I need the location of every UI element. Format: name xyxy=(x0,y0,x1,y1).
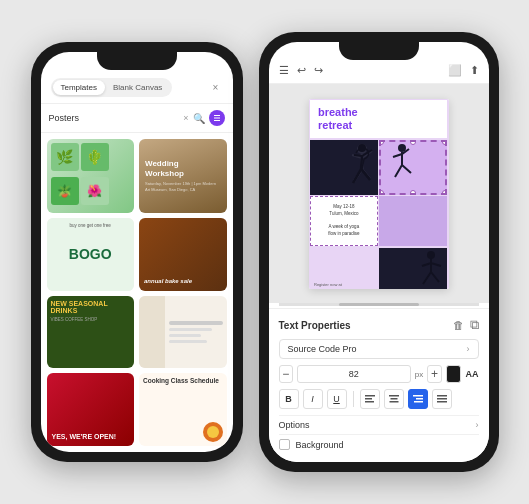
tab-templates[interactable]: Templates xyxy=(53,80,105,95)
align-right-button[interactable] xyxy=(408,389,428,409)
canvas-title-line2: retreat xyxy=(318,119,439,132)
svg-point-9 xyxy=(358,144,366,152)
svg-point-11 xyxy=(427,251,435,259)
template-wedding-subtitle: Workshop xyxy=(145,169,221,179)
template-bogo-label: BOGO xyxy=(69,246,112,262)
format-row: B I U xyxy=(279,389,479,409)
text-properties-title: Text Properties xyxy=(279,320,351,331)
svg-rect-21 xyxy=(437,395,447,397)
template-bogo-sublabel: buy one get one free xyxy=(47,223,135,228)
svg-rect-1 xyxy=(214,118,220,119)
italic-button[interactable]: I xyxy=(303,389,323,409)
svg-rect-14 xyxy=(365,401,374,403)
template-item[interactable]: buy one get one free BOGO xyxy=(47,218,135,291)
filter-icon[interactable] xyxy=(209,110,225,126)
text-properties-panel: Text Properties 🗑 ⧉ Source Code Pro › − xyxy=(269,308,489,462)
template-wedding-desc: Saturday, November 19th | 1pm Modern Art… xyxy=(145,181,221,192)
design-canvas: breathe retreat xyxy=(309,99,449,289)
search-icons: × 🔍 xyxy=(183,110,224,126)
template-drinks-title: NEW SEASONAL DRINKS xyxy=(51,300,131,315)
template-item[interactable]: Cooking Class Schedule xyxy=(139,373,227,446)
aa-icon[interactable]: AA xyxy=(465,369,478,379)
align-justify-button[interactable] xyxy=(432,389,452,409)
canvas-register-text: Register now at br eatheyoga.co xyxy=(314,282,343,288)
template-bakesale-label: annual bake sale xyxy=(144,278,222,285)
svg-rect-19 xyxy=(416,398,423,400)
duplicate-icon[interactable]: ⧉ xyxy=(470,317,479,333)
tabs-bar: Templates Blank Canvas × xyxy=(41,72,233,104)
template-item[interactable]: YES, WE'RE OPEN! xyxy=(47,373,135,446)
font-size-increase-button[interactable]: + xyxy=(427,365,441,383)
search-label: Posters xyxy=(49,113,180,123)
search-bar: Posters × 🔍 xyxy=(41,104,233,133)
svg-rect-20 xyxy=(414,401,423,403)
template-cooking-title: Cooking Class Schedule xyxy=(143,377,223,385)
save-icon[interactable]: ⬜ xyxy=(448,64,462,77)
canvas-title-line1: breathe xyxy=(318,106,439,119)
svg-rect-16 xyxy=(390,398,397,400)
menu-icon[interactable]: ☰ xyxy=(279,64,289,77)
phone-notch-right xyxy=(339,42,419,60)
delete-icon[interactable]: 🗑 xyxy=(453,319,464,331)
tabs-group: Templates Blank Canvas xyxy=(51,78,173,97)
svg-rect-15 xyxy=(389,395,399,397)
background-checkbox[interactable] xyxy=(279,439,290,450)
underline-button[interactable]: U xyxy=(327,389,347,409)
clear-icon[interactable]: × xyxy=(183,113,188,123)
canvas-info-text: May 12-18 Tulum, Mexico A week of yoga f… xyxy=(328,204,359,238)
background-label: Background xyxy=(296,440,344,450)
font-size-input[interactable] xyxy=(297,365,411,383)
templates-grid: 🌿 🌵 🪴 🌺 Wedding Workshop Saturday, Novem… xyxy=(41,133,233,452)
font-chevron-icon: › xyxy=(467,344,470,354)
redo-icon[interactable]: ↪ xyxy=(314,64,323,77)
bold-button[interactable]: B xyxy=(279,389,299,409)
options-label: Options xyxy=(279,420,310,430)
template-yesopen-label: YES, WE'RE OPEN! xyxy=(52,433,117,441)
svg-rect-13 xyxy=(365,398,372,400)
svg-rect-23 xyxy=(437,401,447,403)
phone-notch-left xyxy=(97,52,177,70)
left-phone: Templates Blank Canvas × Posters × 🔍 xyxy=(31,42,243,462)
share-icon[interactable]: ⬆ xyxy=(470,64,479,77)
template-wedding-title: Wedding xyxy=(145,159,221,169)
size-unit-label: px xyxy=(415,370,423,379)
options-row[interactable]: Options › xyxy=(279,416,479,434)
template-item[interactable]: Wedding Workshop Saturday, November 19th… xyxy=(139,139,227,213)
close-button[interactable]: × xyxy=(209,81,223,95)
template-item[interactable] xyxy=(139,296,227,369)
align-left-button[interactable] xyxy=(360,389,380,409)
align-center-button[interactable] xyxy=(384,389,404,409)
canvas-area[interactable]: breathe retreat xyxy=(269,84,489,303)
scene: Templates Blank Canvas × Posters × 🔍 xyxy=(0,0,529,504)
template-drinks-subtitle: VIBES COFFEE SHOP xyxy=(51,317,131,322)
font-color-picker[interactable] xyxy=(446,365,462,383)
svg-rect-22 xyxy=(437,398,447,400)
template-item[interactable]: annual bake sale xyxy=(139,218,227,291)
undo-icon[interactable]: ↩ xyxy=(297,64,306,77)
svg-rect-17 xyxy=(389,401,398,403)
options-chevron-icon: › xyxy=(476,420,479,430)
svg-rect-0 xyxy=(214,115,220,116)
font-name-label: Source Code Pro xyxy=(288,344,357,354)
size-row: − px + AA xyxy=(279,365,479,383)
font-size-decrease-button[interactable]: − xyxy=(279,365,293,383)
tab-blank-canvas[interactable]: Blank Canvas xyxy=(105,80,170,95)
svg-rect-18 xyxy=(413,395,423,397)
template-item[interactable]: NEW SEASONAL DRINKS VIBES COFFEE SHOP xyxy=(47,296,135,369)
template-item[interactable]: 🌿 🌵 🪴 🌺 xyxy=(47,139,135,213)
background-row: Background xyxy=(279,435,479,454)
font-selector[interactable]: Source Code Pro › xyxy=(279,339,479,359)
svg-rect-2 xyxy=(214,120,220,121)
search-icon[interactable]: 🔍 xyxy=(193,113,205,124)
right-phone: ☰ ↩ ↪ ⬜ ⬆ xyxy=(259,32,499,472)
svg-rect-12 xyxy=(365,395,375,397)
